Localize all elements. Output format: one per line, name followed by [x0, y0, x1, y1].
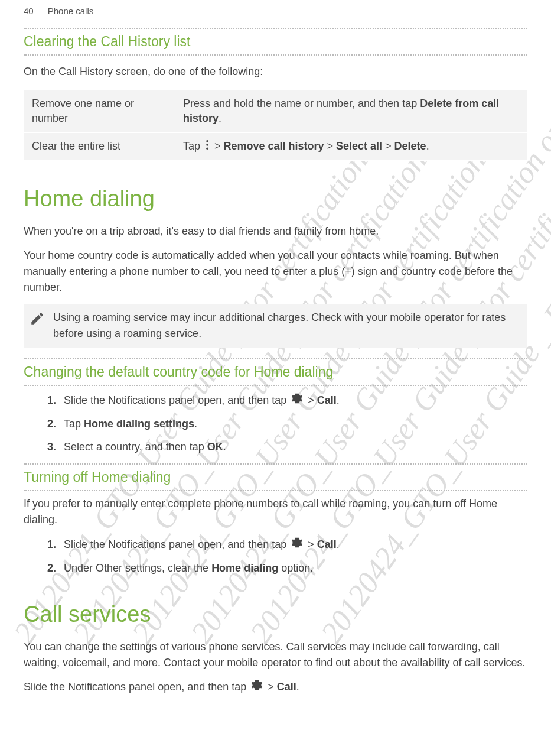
bold-text: Select all [336, 140, 382, 152]
divider [24, 54, 527, 56]
changing-default-heading: Changing the default country code for Ho… [24, 364, 527, 380]
text: . [337, 538, 340, 550]
text: Slide the Notifications panel open, and … [64, 394, 289, 406]
home-dialing-p2: Your home country code is automatically … [24, 248, 527, 296]
text: > [305, 538, 317, 550]
bold-text: Call [317, 394, 337, 406]
text: > [382, 140, 394, 152]
note-text: Using a roaming service may incur additi… [53, 312, 506, 339]
divider [24, 358, 527, 359]
divider [24, 463, 527, 465]
gear-icon [291, 537, 303, 554]
text: Select a country, and then tap [64, 441, 207, 453]
bold-text: Delete [394, 140, 426, 152]
text: . [223, 441, 226, 453]
text: > [324, 140, 337, 152]
list-item: Under Other settings, clear the Home dia… [59, 560, 527, 577]
text: Under Other settings, clear the [64, 562, 211, 574]
bold-text: Home dialing settings [84, 418, 194, 430]
divider [24, 28, 527, 29]
table-cell-label: Clear the entire list [24, 132, 175, 161]
text: . [337, 394, 340, 406]
bold-text: OK [207, 441, 223, 453]
list-item: Slide the Notifications panel open, and … [59, 536, 527, 554]
changing-default-steps: Slide the Notifications panel open, and … [47, 392, 527, 455]
text: Slide the Notifications panel open, and … [24, 681, 249, 693]
menu-icon [205, 139, 210, 154]
clearing-intro-text: On the Call History screen, do one of th… [24, 64, 527, 80]
gear-icon [251, 679, 263, 696]
table-cell-value: Press and hold the name or number, and t… [175, 90, 527, 132]
list-item: Select a country, and then tap OK. [59, 439, 527, 456]
text: . [296, 681, 299, 693]
bold-text: Home dialing [211, 562, 278, 574]
bold-text: Call [277, 681, 296, 693]
list-item: Slide the Notifications panel open, and … [59, 392, 527, 410]
clearing-call-history-heading: Clearing the Call History list [24, 34, 527, 50]
page-number: 40 [24, 6, 34, 16]
clearing-instructions-table: Remove one name or number Press and hold… [24, 90, 527, 161]
home-dialing-heading: Home dialing [24, 186, 527, 212]
divider [24, 490, 527, 491]
svg-point-2 [206, 148, 208, 150]
bold-text: Remove call history [223, 140, 324, 152]
turning-off-heading: Turning off Home dialing [24, 469, 527, 485]
svg-point-0 [206, 140, 208, 142]
table-cell-value: Tap > Remove call history > Select all >… [175, 132, 527, 161]
divider [24, 385, 527, 386]
call-services-heading: Call services [24, 602, 527, 627]
pencil-icon [30, 311, 45, 331]
bold-text: Call [317, 538, 337, 550]
turning-off-intro: If you prefer to manually enter complete… [24, 496, 527, 528]
text: Tap [64, 418, 84, 430]
text: Slide the Notifications panel open, and … [64, 538, 289, 550]
text: > [265, 681, 277, 693]
table-row: Remove one name or number Press and hold… [24, 90, 527, 132]
table-row: Clear the entire list Tap > Remove call … [24, 132, 527, 161]
call-services-p1: You can change the settings of various p… [24, 639, 527, 671]
turning-off-steps: Slide the Notifications panel open, and … [47, 536, 527, 576]
text: . [194, 418, 197, 430]
page-header: 40 Phone calls [24, 6, 527, 16]
note-box: Using a roaming service may incur additi… [24, 304, 527, 348]
gear-icon [291, 392, 303, 410]
text: option. [278, 562, 313, 574]
svg-point-1 [206, 144, 208, 146]
text: Tap [183, 140, 203, 152]
text: . [219, 112, 221, 124]
section-name: Phone calls [48, 6, 94, 16]
text: . [426, 140, 429, 152]
home-dialing-p1: When you're on a trip abroad, it's easy … [24, 223, 527, 239]
table-cell-label: Remove one name or number [24, 90, 175, 132]
text: > [211, 140, 224, 152]
text: > [305, 394, 317, 406]
text: Press and hold the name or number, and t… [183, 98, 420, 109]
call-services-p2: Slide the Notifications panel open, and … [24, 679, 527, 696]
list-item: Tap Home dialing settings. [59, 416, 527, 433]
